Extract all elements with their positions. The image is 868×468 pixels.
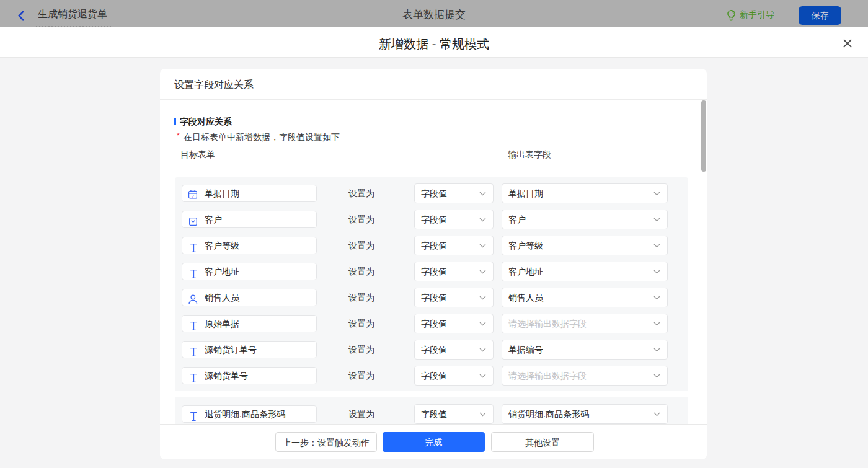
svg-text:7: 7 <box>192 193 194 199</box>
